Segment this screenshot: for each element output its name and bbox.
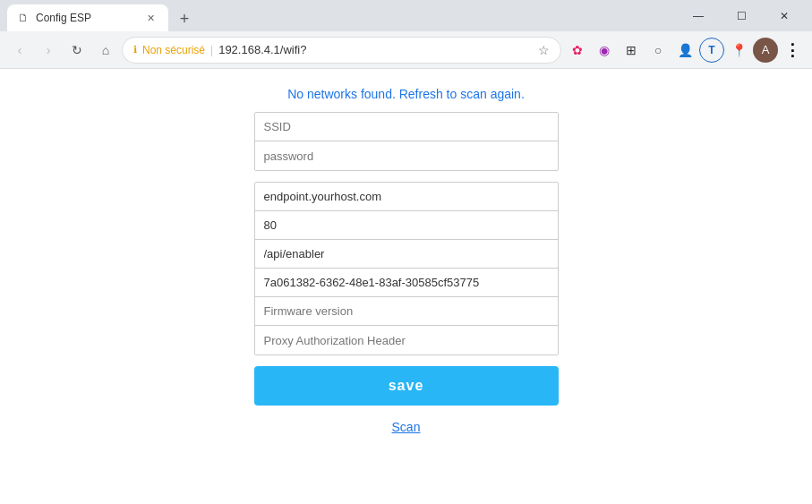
map-icon[interactable]: 📍 bbox=[726, 38, 751, 63]
circle-icon[interactable]: ○ bbox=[645, 38, 671, 63]
no-networks-message: No networks found. Refresh to scan again… bbox=[287, 87, 525, 101]
firmware-input[interactable] bbox=[255, 297, 558, 326]
ssid-input[interactable] bbox=[255, 113, 558, 141]
address-bar[interactable]: ℹ Non sécurisé | 192.168.4.1/wifi? ☆ bbox=[122, 37, 561, 64]
star-icon[interactable]: ☆ bbox=[538, 43, 550, 57]
page-content: No networks found. Refresh to scan again… bbox=[0, 69, 812, 452]
apps-icon[interactable]: ⊞ bbox=[619, 38, 644, 63]
separator: | bbox=[210, 44, 213, 56]
addressbar: ‹ › ↻ ⌂ ℹ Non sécurisé | 192.168.4.1/wif… bbox=[0, 31, 812, 69]
extensions-icon[interactable]: ✿ bbox=[565, 38, 590, 63]
proxy-input[interactable] bbox=[255, 326, 558, 355]
minimize-button[interactable]: — bbox=[678, 0, 719, 31]
config-group bbox=[254, 182, 559, 355]
new-tab-button[interactable]: + bbox=[172, 6, 197, 31]
tab-close-button[interactable]: ✕ bbox=[143, 11, 158, 25]
port-input[interactable] bbox=[255, 211, 558, 240]
no-networks-plain: No networks found. Refresh to bbox=[287, 87, 460, 101]
menu-button[interactable]: ⋮ bbox=[780, 38, 805, 63]
maximize-button[interactable]: ☐ bbox=[721, 0, 762, 31]
forward-button[interactable]: › bbox=[36, 38, 61, 63]
close-button[interactable]: ✕ bbox=[764, 0, 805, 31]
reload-button[interactable]: ↻ bbox=[64, 38, 90, 63]
save-button[interactable]: save bbox=[254, 366, 559, 406]
endpoint-input[interactable] bbox=[255, 183, 558, 211]
scan-link[interactable]: Scan bbox=[392, 420, 421, 434]
home-button[interactable]: ⌂ bbox=[93, 38, 118, 63]
url-text: 192.168.4.1/wifi? bbox=[218, 43, 533, 56]
no-networks-end: . bbox=[521, 87, 525, 101]
wifi-credentials-group bbox=[254, 112, 559, 171]
active-tab[interactable]: 🗋 Config ESP ✕ bbox=[7, 4, 168, 31]
token-input[interactable] bbox=[255, 269, 558, 297]
tab-area: 🗋 Config ESP ✕ + bbox=[7, 0, 678, 31]
font-t-icon[interactable]: T bbox=[699, 38, 724, 63]
api-path-input[interactable] bbox=[255, 240, 558, 269]
security-label: Non sécurisé bbox=[142, 44, 205, 56]
password-input[interactable] bbox=[255, 141, 558, 170]
history-icon[interactable]: ◉ bbox=[592, 38, 617, 63]
people-icon[interactable]: 👤 bbox=[672, 38, 697, 63]
tab-title: Config ESP bbox=[36, 12, 136, 24]
toolbar-icons: ✿ ◉ ⊞ ○ 👤 T 📍 A ⋮ bbox=[565, 38, 805, 63]
back-button[interactable]: ‹ bbox=[7, 38, 32, 63]
info-icon: ℹ bbox=[133, 44, 137, 56]
window-controls: — ☐ ✕ bbox=[678, 0, 805, 31]
profile-avatar[interactable]: A bbox=[753, 38, 778, 63]
tab-page-icon: 🗋 bbox=[18, 12, 29, 24]
titlebar: 🗋 Config ESP ✕ + — ☐ ✕ bbox=[0, 0, 812, 31]
no-networks-link[interactable]: scan again bbox=[460, 87, 521, 101]
